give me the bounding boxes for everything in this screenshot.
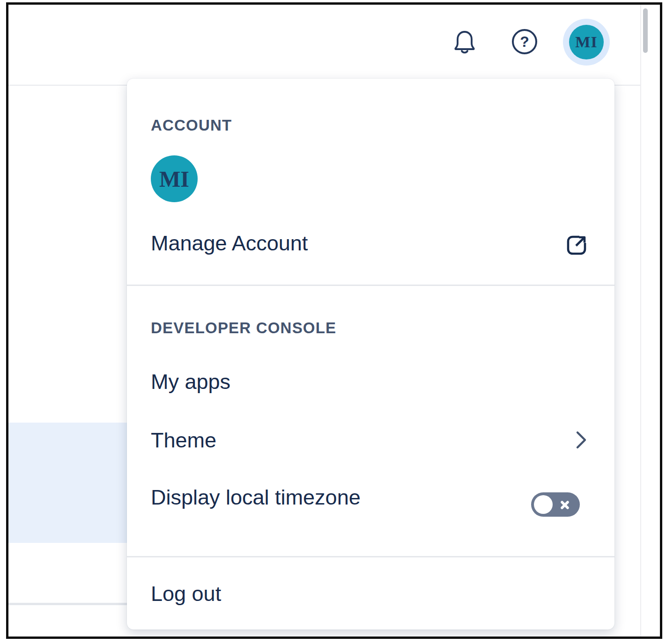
- account-menu-button[interactable]: MI: [563, 19, 610, 66]
- scrollbar-thumb[interactable]: [643, 8, 648, 53]
- app-window: ? MI ACCOUNT MI Manage Account DEVELOPER…: [6, 2, 662, 639]
- timezone-toggle[interactable]: [531, 492, 580, 517]
- account-dropdown-menu: ACCOUNT MI Manage Account DEVELOPER CONS…: [127, 79, 614, 629]
- account-section-heading: ACCOUNT: [151, 116, 232, 135]
- theme-item[interactable]: Theme: [151, 427, 216, 454]
- display-timezone-label: Display local timezone: [151, 484, 361, 511]
- toggle-knob: [534, 495, 553, 514]
- scrollbar-track: [640, 5, 641, 637]
- manage-account-item[interactable]: Manage Account: [151, 230, 308, 256]
- chevron-right-icon: [575, 430, 588, 452]
- external-link-icon: [565, 234, 588, 259]
- menu-divider: [127, 556, 614, 557]
- menu-divider: [127, 285, 614, 286]
- developer-console-heading: DEVELOPER CONSOLE: [151, 319, 336, 337]
- my-apps-item[interactable]: My apps: [151, 369, 230, 395]
- avatar-initials: MI: [159, 166, 189, 192]
- notifications-button[interactable]: [452, 29, 477, 55]
- help-button[interactable]: ?: [512, 29, 537, 54]
- background-divider: [8, 603, 127, 605]
- logout-item[interactable]: Log out: [151, 581, 221, 607]
- cross-icon: [560, 500, 570, 512]
- question-mark-icon: ?: [520, 33, 529, 50]
- avatar: MI: [151, 155, 198, 202]
- background-selected-row: [8, 423, 127, 543]
- avatar: MI: [569, 25, 604, 59]
- avatar-initials: MI: [575, 33, 597, 51]
- bell-icon: [452, 50, 477, 57]
